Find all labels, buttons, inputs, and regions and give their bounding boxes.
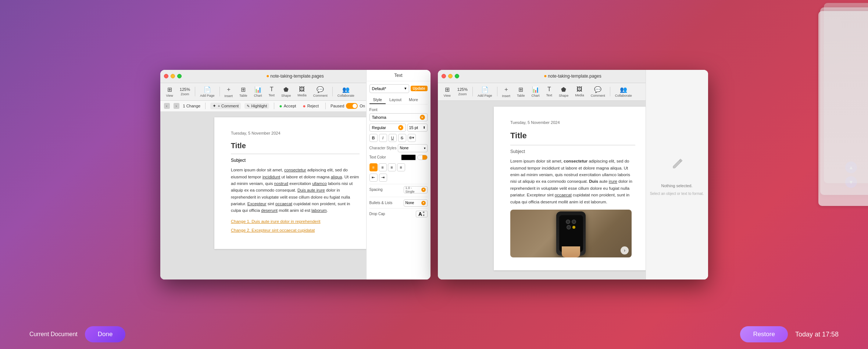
tab-more[interactable]: More: [405, 96, 422, 104]
color-toggle[interactable]: [417, 155, 428, 160]
update-button[interactable]: Update: [411, 86, 428, 91]
paused-toggle[interactable]: Paused On: [331, 103, 365, 109]
shape-button-r[interactable]: ⬟ Shape: [556, 85, 571, 99]
insert-button-r[interactable]: ＋ Insert: [499, 85, 514, 99]
media-button[interactable]: 🖼 Media: [294, 85, 310, 98]
change-item-1: Change 1. Duis aute irure dolor in repre…: [231, 218, 360, 225]
dropcap-icon[interactable]: A ≡≡: [416, 211, 428, 217]
chart-button[interactable]: 📊 Chart: [251, 85, 265, 99]
add-page-button-r[interactable]: 📄 Add Page: [475, 85, 495, 99]
text-button-r[interactable]: T Text: [543, 85, 556, 98]
chart-button-r[interactable]: 📊 Chart: [529, 85, 543, 99]
align-right-button[interactable]: ≡: [388, 163, 396, 171]
italic-button[interactable]: I: [379, 134, 387, 142]
image-next-button[interactable]: ›: [621, 246, 629, 254]
traffic-lights-left: [164, 74, 182, 78]
bullets-select[interactable]: None ▾: [404, 199, 428, 207]
document-page-left: Tuesday, 5 November 2024 Title Subject L…: [214, 117, 376, 249]
add-page-button[interactable]: 📄 Add Page: [197, 85, 218, 99]
table-button[interactable]: ⊞ Table: [236, 85, 250, 99]
table-button-r[interactable]: ⊞ Table: [514, 85, 528, 99]
insert-icon-r: ＋: [503, 86, 509, 93]
text-panel-body: Default* ▾ Update Style Layout More Font: [367, 81, 431, 279]
maximize-button[interactable]: [177, 74, 182, 78]
done-button[interactable]: Done: [85, 326, 126, 342]
doc-title-right[interactable]: Title: [510, 129, 635, 145]
spacing-header[interactable]: Spacing 1.0 - Single ▾: [369, 184, 428, 195]
maximize-button-right[interactable]: [455, 74, 459, 78]
toggle-knob: [353, 104, 357, 108]
align-left-button[interactable]: ≡: [369, 163, 378, 171]
format-panel: Nothing selected. Select an object or te…: [646, 70, 708, 279]
tab-layout[interactable]: Layout: [386, 96, 405, 104]
doc-subject-right: Subject: [510, 148, 635, 155]
tab-style[interactable]: Style: [369, 96, 386, 104]
insert-icon: ＋: [226, 86, 232, 93]
view-button[interactable]: ⊞ View: [163, 85, 176, 99]
shape-icon: ⬟: [283, 86, 289, 93]
font-weight-dropdown-icon: ▾: [398, 125, 403, 130]
shape-icon-r: ⬟: [561, 86, 566, 93]
prev-change-button[interactable]: ‹: [164, 103, 170, 109]
comment-button-r[interactable]: 💬 Comment: [588, 85, 608, 99]
color-swatch[interactable]: [401, 154, 416, 160]
window-title-left: note-taking-template.pages: [267, 74, 324, 79]
close-button[interactable]: [164, 74, 168, 78]
document-page-right: Tuesday, 5 November 2024 Title Subject L…: [494, 107, 652, 270]
comment-button[interactable]: 💬 Comment: [310, 85, 331, 99]
restore-button[interactable]: Restore: [740, 326, 788, 342]
spacing-select[interactable]: 1.0 - Single ▾: [404, 186, 428, 193]
bold-button[interactable]: B: [369, 134, 378, 142]
reject-dot: ●: [303, 103, 306, 109]
font-name-select[interactable]: Tahoma ▾: [369, 113, 428, 121]
style-select[interactable]: Default* ▾: [369, 84, 409, 93]
font-size-arrows: ⬆: [423, 126, 426, 129]
font-weight-select[interactable]: Regular ▾: [369, 124, 406, 132]
char-styles-select[interactable]: None ▾: [398, 144, 427, 152]
align-justify-button[interactable]: ≡: [397, 163, 405, 171]
zoom-button-r[interactable]: 125% Zoom: [454, 86, 471, 97]
minimize-button-right[interactable]: [448, 74, 453, 78]
dropcap-section: Drop Cap A ≡≡: [369, 208, 428, 217]
indent-more-button[interactable]: ⇥: [379, 174, 387, 182]
sep5: [274, 103, 274, 109]
alignment-row: ≡ ≡ ≡ ≡: [369, 163, 428, 171]
strikethrough-button[interactable]: S: [398, 134, 406, 142]
window-title-right: note-taking-template.pages: [544, 74, 601, 79]
shape-button[interactable]: ⬟ Shape: [278, 85, 294, 99]
nothing-selected-label: Nothing selected.: [661, 184, 693, 188]
zoom-button[interactable]: 125% Zoom: [177, 86, 193, 97]
align-center-button[interactable]: ≡: [379, 163, 387, 171]
font-size-row: Regular ▾ 15 pt ⬆: [369, 124, 428, 132]
collaborate-button[interactable]: 👥 Collaborate: [335, 85, 357, 99]
more-format-button[interactable]: ⊕▾: [408, 134, 416, 142]
doc-body: Lorem ipsum dolor sit amet, consectetur …: [231, 167, 360, 214]
text-color-row: Text Color: [369, 154, 428, 160]
toggle-switch[interactable]: [346, 103, 358, 109]
minimize-button[interactable]: [171, 74, 175, 78]
view-icon-r: ⊞: [445, 86, 450, 93]
media-button-r[interactable]: 🖼 Media: [572, 85, 587, 98]
collaborate-button-r[interactable]: 👥 Collaborate: [612, 85, 635, 99]
table-icon-r: ⊞: [518, 86, 523, 93]
left-window: note-taking-template.pages ⊞ View 125% Z…: [160, 70, 431, 279]
doc-subject: Subject: [231, 157, 360, 164]
indent-less-button[interactable]: ⇤: [369, 174, 378, 182]
underline-button[interactable]: U: [389, 134, 397, 142]
camera-lens-1: [566, 220, 570, 224]
doc-body-right: Lorem ipsum dolor sit amet, consectetur …: [510, 158, 635, 205]
sep6: [325, 103, 326, 109]
next-change-button[interactable]: ›: [174, 103, 179, 109]
doc-title[interactable]: Title: [231, 140, 360, 154]
add-comment-button[interactable]: ✦ + Comment: [210, 103, 241, 109]
view-button-r[interactable]: ⊞ View: [441, 85, 454, 99]
close-button-right[interactable]: [442, 74, 446, 78]
text-button[interactable]: T Text: [266, 85, 278, 98]
accept-button[interactable]: ● Accept: [279, 103, 296, 109]
insert-button[interactable]: ＋ Insert: [222, 85, 236, 99]
reject-button[interactable]: ● Reject: [303, 103, 319, 109]
add-page-icon-r: 📄: [481, 86, 489, 93]
font-size-select[interactable]: 15 pt ⬆: [407, 124, 428, 132]
highlight-button[interactable]: ✎ Highlight: [244, 103, 269, 109]
spacing-section: Spacing 1.0 - Single ▾: [369, 184, 428, 195]
